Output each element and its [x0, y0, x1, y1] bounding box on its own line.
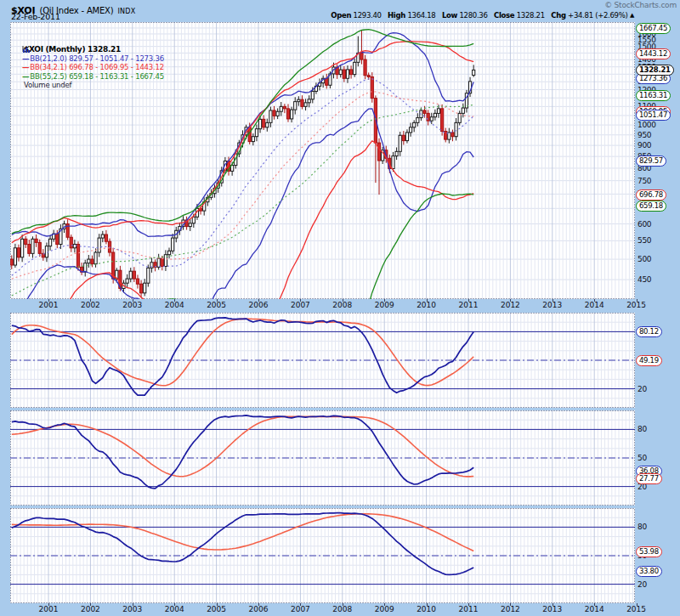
- close-value: 1328.21: [517, 11, 545, 20]
- year-label: 2015: [622, 605, 651, 613]
- price-axis-label: 500: [638, 255, 651, 263]
- year-label: 2001: [34, 301, 63, 309]
- year-label: 2002: [76, 605, 105, 613]
- year-label: 2009: [370, 605, 399, 613]
- year-label: 2013: [538, 605, 567, 613]
- year-label: 2014: [580, 605, 609, 613]
- year-label: 2011: [454, 605, 483, 613]
- year-label: 2004: [160, 301, 189, 309]
- stoch-badge: 33.80: [636, 566, 662, 577]
- low-value: 1280.36: [460, 11, 488, 20]
- price-badge: 1443.12: [636, 48, 671, 59]
- year-label: 2004: [160, 605, 189, 613]
- stoch-badge: 53.98: [636, 546, 662, 557]
- price-axis-label: 950: [638, 131, 651, 139]
- year-label: 2007: [286, 605, 314, 613]
- symbol-type: INDX: [118, 8, 136, 15]
- stoch-axis-label: 20: [638, 385, 647, 393]
- year-label: 2005: [202, 301, 231, 309]
- stoch-axis-label: 20: [638, 580, 647, 589]
- year-label: 2008: [328, 301, 357, 309]
- stochastic-canvas-1: [10, 313, 635, 408]
- price-axis-label: 450: [638, 275, 651, 284]
- price-axis-label: 900: [638, 141, 651, 150]
- year-label: 2006: [244, 301, 273, 309]
- year-label: 2007: [286, 301, 314, 309]
- price-badge: 1328.21: [636, 65, 674, 76]
- high-label: High: [388, 11, 405, 20]
- year-label: 2003: [118, 301, 147, 309]
- year-label: 2008: [328, 605, 357, 613]
- stochastic-panel-1: —Full STO %K(21,8) %D(13) 80.12, 49.19: [10, 313, 635, 408]
- year-label: 2011: [454, 301, 483, 309]
- price-plot: $XOI (Monthly) 1328.21 —BB(21,2.0) 829.5…: [10, 22, 635, 299]
- legend-bb21: —BB(21,2.0) 829.57 - 1051.47 - 1273.36: [22, 54, 164, 64]
- stochastic-panel-3: —Full STO %K(55,21) %D(34) 33.80, 53.98: [10, 508, 635, 603]
- x-axis-top: 2001200220032004200520062007200820092010…: [0, 299, 680, 312]
- legend-volume: Volume undef: [22, 81, 164, 90]
- price-badge: 1667.45: [636, 23, 671, 34]
- price-badge: 829.57: [636, 155, 666, 167]
- price-axis-label: 550: [638, 236, 651, 245]
- legend-bb55: —BB(55,2.5) 659.18 - 1163.31 - 1667.45: [22, 72, 164, 82]
- price-badge: 659.18: [636, 201, 666, 212]
- low-label: Low: [442, 11, 457, 20]
- stoch-axis-label: 50: [638, 454, 647, 462]
- price-axis-label: 600: [638, 220, 651, 229]
- price-legend: $XOI (Monthly) 1328.21 —BB(21,2.0) 829.5…: [22, 45, 164, 90]
- chg-label: Chg: [551, 11, 565, 20]
- stoch-badge: 80.12: [636, 326, 662, 337]
- chg-value: +34.81 (+2.69%): [568, 11, 627, 20]
- year-label: 2012: [496, 301, 524, 309]
- stockcharts-candlestick-chart: $XOI (Oil Index - AMEX) INDX 22-Feb-2011…: [0, 0, 680, 616]
- legend-title-row: $XOI (Monthly) 1328.21: [22, 45, 164, 54]
- open-value: 1293.40: [354, 11, 382, 20]
- year-label: 2002: [76, 301, 105, 309]
- percent-d-line: [12, 319, 473, 386]
- copyright: © StockCharts.com: [604, 1, 677, 9]
- stochastic-panel-2: —Full STO %K(34,13) %D(21) 36.08, 27.77: [10, 410, 635, 506]
- price-axis-label: 750: [638, 177, 651, 185]
- percent-d-line: [12, 514, 473, 551]
- year-label: 2005: [202, 605, 231, 613]
- open-label: Open: [331, 11, 351, 20]
- up-arrow-icon[interactable]: ▲: [630, 12, 634, 19]
- year-label: 2010: [412, 301, 441, 309]
- legend-title: $XOI (Monthly) 1328.21: [24, 45, 121, 54]
- price-badge: 1051.47: [636, 110, 671, 121]
- year-label: 2010: [412, 605, 441, 613]
- year-label: 2003: [118, 605, 147, 613]
- stoch-badge: 49.19: [636, 355, 662, 366]
- price-axis-label: 1000: [638, 121, 656, 129]
- year-label: 2009: [370, 301, 399, 309]
- percent-k-line: [12, 318, 473, 395]
- legend-bb34: —BB(34,2.1) 696.78 - 1069.95 - 1443.12: [22, 63, 164, 72]
- price-badge: 1163.31: [636, 90, 671, 101]
- year-label: 2006: [244, 605, 273, 613]
- quote-bar: Open 1293.40 High 1364.18 Low 1280.36 Cl…: [326, 11, 634, 20]
- year-label: 2012: [496, 605, 524, 613]
- stoch-axis-label: 80: [638, 523, 647, 531]
- year-label: 2013: [538, 301, 567, 309]
- stoch-axis-label: 80: [638, 425, 647, 433]
- year-label: 2015: [622, 301, 651, 309]
- year-label: 2001: [34, 605, 63, 613]
- close-label: Close: [494, 11, 514, 20]
- stoch-badge: 27.77: [636, 473, 662, 484]
- chart-date: 22-Feb-2011: [11, 12, 60, 21]
- stochastic-canvas-2: [10, 410, 635, 506]
- price-badge: 696.78: [636, 189, 666, 201]
- high-value: 1364.18: [407, 11, 435, 20]
- stochastic-canvas-3: [10, 508, 635, 603]
- x-axis-bottom: 2001200220032004200520062007200820092010…: [0, 603, 680, 616]
- year-label: 2014: [580, 301, 609, 309]
